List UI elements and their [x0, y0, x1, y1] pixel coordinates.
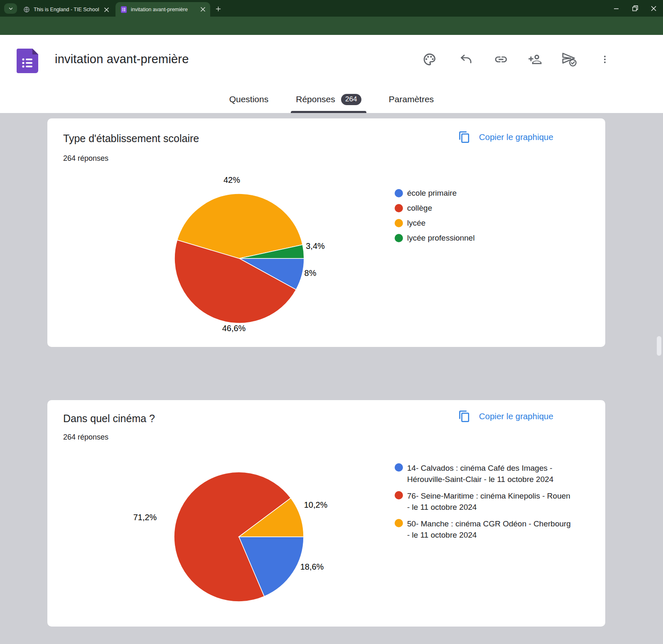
chart-card-etablissement: Type d'établissement scolaire 264 répons… [47, 118, 605, 347]
legend-color-dot [395, 204, 403, 212]
copy-chart-label: Copier le graphique [479, 132, 553, 142]
legend-item: lycée professionnel [395, 233, 475, 243]
tab-close-icon[interactable] [104, 7, 109, 12]
pie-chart-cinema [172, 470, 305, 603]
form-title[interactable]: invitation avant-première [55, 52, 189, 66]
more-options-button[interactable] [597, 52, 613, 67]
copy-chart-button[interactable]: Copier le graphique [458, 410, 553, 423]
responses-count: 264 réponses [63, 154, 108, 163]
copy-icon [458, 131, 471, 143]
copy-link-button[interactable] [493, 52, 509, 67]
legend-label: école primaire [407, 188, 457, 198]
legend-label: lycée professionnel [407, 233, 475, 243]
legend-label: lycée [407, 218, 425, 228]
legend-label: 76- Seine-Maritime : cinéma Kinepolis - … [407, 490, 571, 513]
undo-button[interactable] [458, 52, 474, 67]
legend-item: lycée [395, 218, 475, 228]
chart-legend: 14- Calvados : cinéma Café des Images - … [395, 462, 571, 541]
copy-chart-label: Copier le graphique [479, 411, 553, 421]
pie-value-label: 10,2% [304, 500, 328, 510]
legend-item: collège [395, 203, 475, 213]
globe-icon [23, 6, 30, 13]
tab-responses[interactable]: Réponses 264 [294, 86, 363, 113]
tab-title: This is England - TIE School [34, 7, 101, 12]
tab-label: Réponses [296, 94, 335, 104]
page-scrollbar-thumb[interactable] [657, 336, 661, 356]
pie-svg [172, 470, 305, 603]
pie-svg [173, 192, 306, 325]
pie-value-label: 3,4% [306, 241, 325, 251]
legend-color-dot [395, 463, 403, 472]
tab-search-button[interactable] [4, 3, 17, 14]
copy-chart-button[interactable]: Copier le graphique [458, 131, 553, 143]
responses-count-badge: 264 [341, 94, 361, 105]
legend-item: 76- Seine-Maritime : cinéma Kinepolis - … [395, 490, 571, 513]
legend-label: collège [407, 203, 432, 213]
legend-item: 14- Calvados : cinéma Café des Images - … [395, 462, 571, 485]
tab-questions[interactable]: Questions [228, 86, 270, 113]
form-nav-tabs: Questions Réponses 264 Paramètres [0, 86, 663, 113]
pie-value-label: 42% [223, 175, 240, 185]
publish-button[interactable] [562, 52, 577, 67]
legend-color-dot [395, 219, 403, 227]
palette-icon [422, 52, 437, 66]
plus-icon [215, 6, 221, 12]
tab-label: Questions [229, 94, 269, 104]
kebab-icon [604, 56, 606, 63]
legend-label: 50- Manche : cinéma CGR Odéon - Cherbour… [407, 518, 571, 541]
question-title: Dans quel cinéma ? [63, 413, 155, 425]
responses-count: 264 réponses [63, 433, 108, 442]
legend-item: école primaire [395, 188, 475, 198]
link-icon [494, 52, 508, 66]
copy-icon [458, 410, 471, 423]
person-add-icon [528, 52, 542, 66]
legend-color-dot [395, 234, 403, 242]
pie-value-label: 46,6% [222, 324, 246, 333]
browser-tab-active[interactable]: invitation avant-première [115, 2, 210, 17]
legend-label: 14- Calvados : cinéma Café des Images - … [407, 462, 571, 485]
google-forms-favicon [120, 6, 127, 13]
chart-legend: école primaire collège lycée lycée profe… [395, 188, 475, 243]
chart-card-cinema: Dans quel cinéma ? 264 réponses Copier l… [47, 400, 605, 627]
pie-chart-etablissement [173, 192, 306, 325]
tab-title: invitation avant-première [131, 7, 197, 12]
theme-button[interactable] [422, 52, 437, 67]
window-controls [607, 0, 663, 17]
question-title: Type d'établissement scolaire [63, 133, 199, 145]
legend-color-dot [395, 519, 403, 527]
legend-color-dot [395, 491, 403, 499]
pie-value-label: 71,2% [133, 513, 157, 522]
close-window-button[interactable] [644, 0, 663, 17]
minimize-button[interactable] [607, 0, 626, 17]
undo-icon [459, 53, 473, 66]
forms-header: invitation avant-première Questions Répo… [0, 35, 663, 113]
legend-color-dot [395, 189, 403, 197]
browser-toolbar: docs.google.com/ [0, 17, 663, 35]
add-collaborators-button[interactable] [527, 52, 543, 67]
tab-label: Paramètres [389, 94, 434, 104]
send-check-icon [562, 52, 577, 67]
tab-close-icon[interactable] [201, 7, 205, 12]
new-tab-button[interactable] [214, 4, 223, 13]
tab-settings[interactable]: Paramètres [387, 86, 436, 113]
browser-tab-inactive[interactable]: This is England - TIE School [18, 2, 114, 17]
chevron-down-icon [8, 6, 14, 12]
browser-tab-strip: This is England - TIE School invitation … [0, 0, 663, 17]
restore-button[interactable] [626, 0, 644, 17]
pie-value-label: 18,6% [300, 562, 324, 572]
pie-value-label: 8% [304, 268, 317, 278]
legend-item: 50- Manche : cinéma CGR Odéon - Cherbour… [395, 518, 571, 541]
google-forms-logo[interactable] [17, 49, 38, 73]
responses-page: Type d'établissement scolaire 264 répons… [0, 113, 663, 644]
